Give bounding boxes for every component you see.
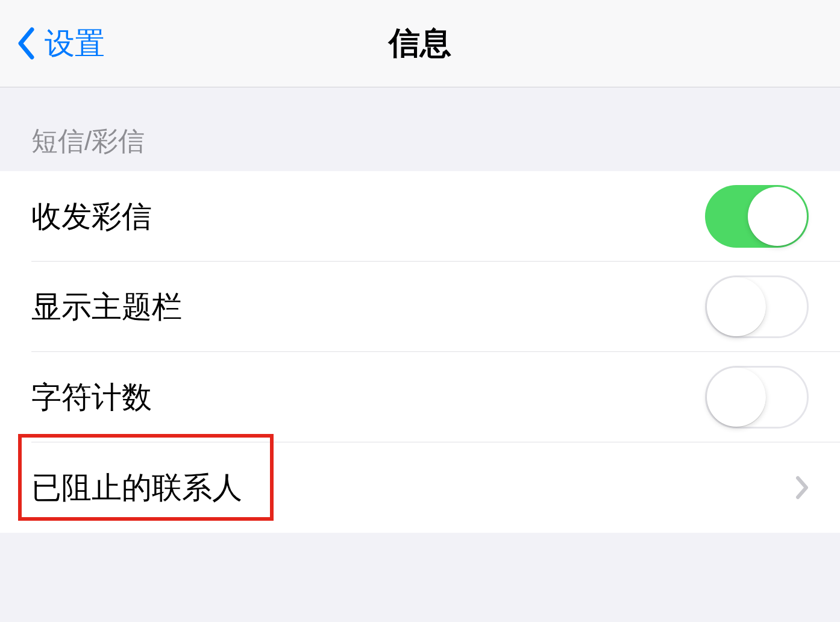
- page-title: 信息: [389, 22, 451, 64]
- row-subject-label: 显示主题栏: [31, 287, 182, 327]
- switch-knob: [748, 187, 807, 246]
- settings-list: 收发彩信 显示主题栏 字符计数 已阻止的联系人: [0, 171, 840, 533]
- switch-knob: [707, 368, 766, 427]
- row-charcount[interactable]: 字符计数: [0, 352, 840, 442]
- back-button[interactable]: 设置: [0, 24, 105, 64]
- row-charcount-label: 字符计数: [31, 377, 152, 418]
- back-label: 设置: [45, 24, 105, 64]
- chevron-left-icon: [17, 27, 35, 60]
- row-subject[interactable]: 显示主题栏: [0, 262, 840, 352]
- switch-mms[interactable]: [705, 185, 809, 248]
- nav-bar: 设置 信息: [0, 0, 840, 87]
- switch-charcount[interactable]: [705, 366, 809, 429]
- section-header: 短信/彩信: [0, 87, 840, 171]
- switch-subject[interactable]: [705, 275, 809, 338]
- row-blocked-contacts[interactable]: 已阻止的联系人: [0, 442, 840, 533]
- switch-knob: [707, 277, 766, 336]
- row-blocked-label: 已阻止的联系人: [31, 468, 242, 508]
- row-mms[interactable]: 收发彩信: [0, 171, 840, 262]
- row-mms-label: 收发彩信: [31, 196, 152, 237]
- chevron-right-icon: [795, 476, 809, 500]
